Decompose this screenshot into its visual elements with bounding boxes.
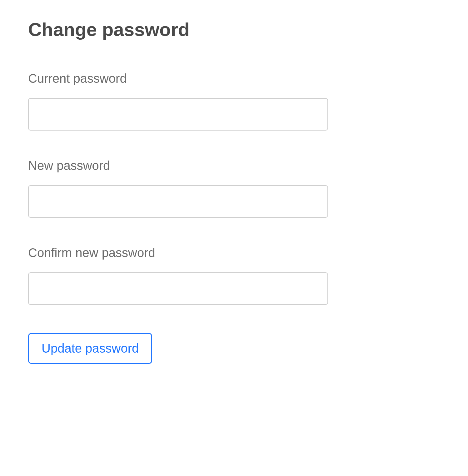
page-title: Change password (28, 19, 440, 40)
current-password-input[interactable] (28, 98, 328, 131)
new-password-label: New password (28, 159, 440, 173)
update-password-button[interactable]: Update password (28, 333, 152, 364)
confirm-password-group: Confirm new password (28, 246, 440, 305)
change-password-form: Current password New password Confirm ne… (28, 72, 440, 364)
current-password-group: Current password (28, 72, 440, 131)
new-password-input[interactable] (28, 185, 328, 218)
current-password-label: Current password (28, 72, 440, 86)
confirm-password-label: Confirm new password (28, 246, 440, 260)
new-password-group: New password (28, 159, 440, 218)
confirm-password-input[interactable] (28, 272, 328, 305)
